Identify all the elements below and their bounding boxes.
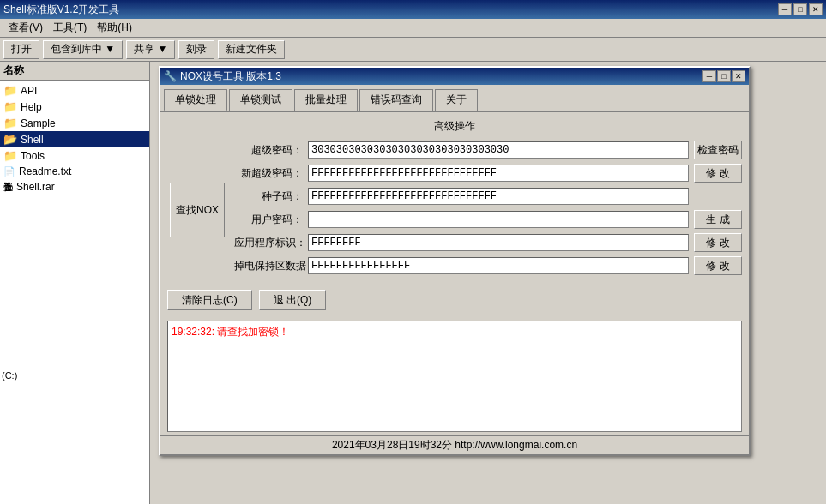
menu-view[interactable]: 查看(V) — [3, 19, 48, 37]
section-title: 高级操作 — [167, 119, 742, 134]
side-label-drive: (C:) — [0, 369, 19, 382]
form-row-user-password: 用户密码： 生 成 — [234, 210, 742, 229]
menubar: 查看(V) 工具(T) 帮助(H) — [0, 19, 826, 38]
tree-item-api[interactable]: 📁 API — [0, 82, 149, 99]
archive-icon: 🗜 — [3, 182, 13, 192]
tab-batch-process[interactable]: 批量处理 — [294, 89, 358, 111]
input-seed-code[interactable] — [308, 188, 689, 205]
find-nox-button[interactable]: 查找NOX — [170, 183, 225, 237]
minimize-btn[interactable]: ─ — [778, 3, 792, 15]
tree-label-help: Help — [21, 101, 42, 113]
tab-about[interactable]: 关于 — [435, 89, 478, 111]
label-power-data: 掉电保持区数据： — [234, 259, 303, 273]
tree-item-tools[interactable]: 📁 Tools — [0, 147, 149, 164]
side-label-position: 位置 — [0, 171, 16, 178]
folder-icon: 📁 — [3, 84, 17, 97]
burn-button[interactable]: 刻录 — [178, 40, 214, 59]
form-row-new-super-password: 新超级密码： 修 改 — [234, 164, 742, 183]
input-super-password[interactable] — [308, 141, 689, 159]
folder-icon: 📁 — [3, 149, 17, 162]
tree-label-shell-rar: Shell.rar — [16, 181, 55, 193]
dialog-status: 2021年03月28日19时32分 http://www.longmai.com… — [160, 435, 749, 454]
label-user-password: 用户密码： — [234, 213, 303, 227]
left-action: 查找NOX — [167, 141, 227, 279]
close-btn[interactable]: ✕ — [809, 3, 823, 15]
dialog-minimize-btn[interactable]: ─ — [702, 70, 716, 82]
dialog-title-icon: 🔧 — [164, 70, 177, 82]
left-panel: 名称 📁 API 📁 Help 📁 Sample 📂 Shell 📁 Tools — [0, 62, 150, 504]
menu-help[interactable]: 帮助(H) — [92, 19, 137, 37]
clear-log-btn[interactable]: 清除日志(C) — [167, 290, 252, 310]
label-app-id: 应用程序标识： — [234, 236, 303, 250]
tab-single-lock-process[interactable]: 单锁处理 — [164, 89, 227, 111]
tree-item-readme[interactable]: 📄 Readme.txt — [0, 164, 149, 179]
left-panel-header: 名称 — [0, 62, 149, 81]
dialog-buttons: ─ □ ✕ — [702, 70, 745, 82]
folder-icon: 📁 — [3, 100, 17, 113]
dialog-maximize-btn[interactable]: □ — [717, 70, 731, 82]
input-new-super-password[interactable] — [308, 165, 689, 182]
dialog-close-btn[interactable]: ✕ — [732, 70, 745, 82]
nox-dialog: 🔧 NOX设号工具 版本1.3 ─ □ ✕ 单锁处理 单锁测试 批量处理 错误码… — [159, 66, 751, 456]
titlebar-buttons: ─ □ ✕ — [778, 3, 823, 15]
dialog-title: 🔧 NOX设号工具 版本1.3 — [164, 69, 702, 84]
modify-power-data-btn[interactable]: 修 改 — [694, 256, 742, 275]
label-seed-code: 种子码： — [234, 189, 303, 204]
dialog-tabs: 单锁处理 单锁测试 批量处理 错误码查询 关于 — [160, 85, 749, 112]
form-rows: 超级密码： 检查密码 新超级密码： 修 改 种子码： — [234, 141, 742, 279]
main-layout: 名称 📁 API 📁 Help 📁 Sample 📂 Shell 📁 Tools — [0, 62, 826, 504]
tree-label-sample: Sample — [21, 117, 56, 129]
dialog-content: 高级操作 查找NOX 超级密码： 检查密码 — [160, 112, 749, 286]
share-button[interactable]: 共享 ▼ — [126, 40, 175, 59]
menu-tools[interactable]: 工具(T) — [48, 19, 92, 37]
input-user-password[interactable] — [308, 211, 689, 228]
input-power-data[interactable] — [308, 257, 689, 274]
toolbar: 打开 包含到库中 ▼ 共享 ▼ 刻录 新建文件夹 — [0, 38, 826, 62]
tree-label-api: API — [21, 85, 37, 97]
tab-single-lock-test[interactable]: 单锁测试 — [229, 89, 292, 111]
log-entry-1: 19:32:32: 请查找加密锁！ — [172, 325, 738, 339]
log-area: 19:32:32: 请查找加密锁！ — [167, 321, 742, 432]
modify-super-password-btn[interactable]: 修 改 — [694, 164, 742, 183]
tree-item-shell[interactable]: 📂 Shell — [0, 131, 149, 147]
dialog-title-text: NOX设号工具 版本1.3 — [180, 69, 281, 84]
app-title: Shell标准版V1.2开发工具 — [3, 3, 778, 17]
dialog-footer: 清除日志(C) 退 出(Q) — [160, 286, 749, 317]
form-row-app-id: 应用程序标识： 修 改 — [234, 233, 742, 252]
folder-icon: 📁 — [3, 117, 17, 129]
dialog-titlebar: 🔧 NOX设号工具 版本1.3 ─ □ ✕ — [160, 68, 749, 85]
form-row-seed-code: 种子码： — [234, 187, 742, 206]
tree-item-sample[interactable]: 📁 Sample — [0, 115, 149, 131]
label-new-super-password: 新超级密码： — [234, 166, 303, 181]
form-row-power-data: 掉电保持区数据： 修 改 — [234, 256, 742, 275]
tree-label-shell: Shell — [21, 134, 44, 146]
content-area: 🔧 NOX设号工具 版本1.3 ─ □ ✕ 单锁处理 单锁测试 批量处理 错误码… — [150, 62, 826, 504]
check-password-btn[interactable]: 检查密码 — [694, 141, 742, 159]
generate-btn[interactable]: 生 成 — [694, 210, 742, 229]
new-folder-button[interactable]: 新建文件夹 — [218, 40, 285, 59]
tree-label-readme: Readme.txt — [19, 165, 71, 177]
app-titlebar: Shell标准版V1.2开发工具 ─ □ ✕ — [0, 0, 826, 19]
open-button[interactable]: 打开 — [3, 40, 39, 59]
include-library-button[interactable]: 包含到库中 ▼ — [43, 40, 123, 59]
tab-error-code[interactable]: 错误码查询 — [359, 89, 433, 111]
form-row-super-password: 超级密码： 检查密码 — [234, 141, 742, 159]
exit-btn[interactable]: 退 出(Q) — [259, 290, 327, 310]
form-area: 查找NOX 超级密码： 检查密码 新超级密码： — [167, 141, 742, 279]
tree-label-tools: Tools — [21, 150, 45, 162]
label-super-password: 超级密码： — [234, 143, 303, 158]
tree-item-shell-rar[interactable]: 🗜 Shell.rar — [0, 179, 149, 195]
tree-item-help[interactable]: 📁 Help — [0, 99, 149, 115]
folder-icon-open: 📂 — [3, 133, 17, 146]
modify-app-id-btn[interactable]: 修 改 — [694, 233, 742, 252]
input-app-id[interactable] — [308, 234, 689, 251]
maximize-btn[interactable]: □ — [793, 3, 807, 15]
